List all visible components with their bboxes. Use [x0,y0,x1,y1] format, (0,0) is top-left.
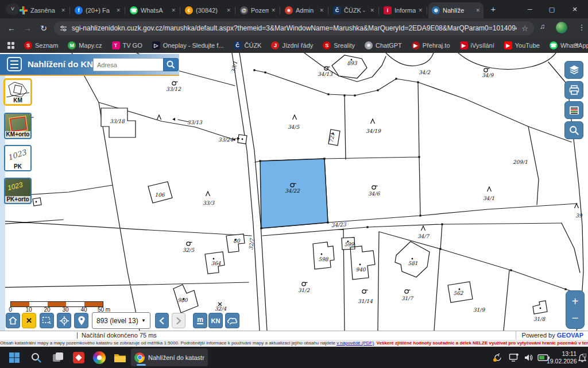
bookmark-star-icon[interactable]: ☆ [521,24,528,33]
taskbar-active-window[interactable]: Nahlížení do katastru n [131,348,208,366]
volume-tray-icon[interactable] [524,353,534,362]
layer-button-km[interactable]: KM [4,79,32,105]
profile-avatar[interactable] [556,22,567,33]
parcel-label: 31/8 [533,316,546,322]
help-pdf-link[interactable]: v nápovědě (PDF) [336,340,374,346]
legend-button[interactable] [564,101,583,119]
tab-close-icon[interactable]: ✕ [319,7,324,13]
tab-close-icon[interactable]: ✕ [171,7,176,13]
window-minimize-button[interactable]: ─ [521,0,539,18]
notification-bell-icon[interactable] [578,354,586,362]
parcel-label: 33/12 [166,86,181,92]
bookmark-label: ČÚZK [245,42,262,49]
bookmark-item[interactable]: TTV GO [112,41,142,49]
history-back-button[interactable] [155,313,169,328]
media-playlist-icon[interactable]: ♫ [540,22,545,30]
tab-close-icon[interactable]: ✕ [475,7,480,13]
bookmarks-overflow-icon[interactable]: » [575,40,579,48]
apps-grid-icon[interactable] [7,41,15,49]
file-explorer-icon[interactable] [114,351,126,364]
home-extent-button[interactable] [6,313,20,328]
clock-date: 19.02.2026 [547,358,577,365]
browser-tab-strip: ˅ Zasněna✕f(20+) Fa✕☎WhatsA✕€(30842)✕@Po… [0,0,588,18]
layer-button-pk-orto[interactable]: 1023 PK+orto [4,178,32,204]
address-search-input[interactable] [93,58,167,71]
print-button[interactable] [564,81,583,99]
window-close-button[interactable]: ✕ [566,0,583,18]
red-app-icon[interactable] [72,351,85,364]
close-icon: ✕ [26,316,32,325]
bookmark-label: TV GO [123,42,142,49]
layer-button-pk[interactable]: 1023 PK [4,145,32,171]
parcel-label: 940 [355,267,366,273]
bookmark-item[interactable]: ▶YouTube [504,41,540,49]
lasso-select-button[interactable] [225,313,239,328]
browser-tab[interactable]: ČČÚZK -✕ [330,2,378,18]
place-marker-button[interactable] [74,313,88,328]
zoom-window-button[interactable] [564,121,583,139]
bookmark-item[interactable]: ▶iVysílání [460,41,494,49]
parcel-label: 106 [154,192,165,198]
browser-toolbar: ← → ↻ sgi-nahlizenidokn.cuzk.gov.cz/maru… [0,18,588,38]
bookmark-item[interactable]: ▷Oneplay - Sledujte f... [152,41,224,49]
browser-tab[interactable]: ☎WhatsA✕ [126,2,179,18]
bookmark-item[interactable]: ✳ChatGPT [365,41,402,49]
history-forward-button[interactable] [172,313,185,328]
bookmark-item[interactable]: ☎WhatsApp [550,41,588,49]
tab-title: Pozeme [251,7,269,14]
browser-tab[interactable]: ∗Admin✕ [281,2,327,18]
sync-tray-icon[interactable] [493,353,503,362]
browser-menu-icon[interactable]: ⋮ [578,22,586,33]
bookmark-item[interactable]: SSeznam [24,41,58,49]
clock-time: 13:11 [547,350,577,358]
browser-tab[interactable]: €(30842)✕ [181,2,234,18]
search-button[interactable] [163,58,179,71]
layers-panel-button[interactable] [564,61,583,79]
browser-tab[interactable]: iInforma✕ [380,2,426,18]
browser-tab[interactable]: Zasněna✕ [16,2,69,18]
start-button-icon[interactable] [8,351,21,364]
tab-close-icon[interactable]: ✕ [226,7,231,13]
task-view-icon[interactable] [52,351,64,364]
parcel-label: 34/23 [331,221,347,228]
back-button[interactable]: ← [6,22,17,34]
tab-close-icon[interactable]: ✕ [370,7,374,13]
bookmark-item[interactable]: MMapy.cz [68,41,102,49]
kn-info-button[interactable]: KN [208,313,223,328]
window-restore-button[interactable]: ▢ [543,0,560,18]
cancel-selection-button[interactable]: ✕ [22,313,36,328]
zoom-in-button[interactable]: + [566,296,584,307]
browser-tab[interactable]: ⊕Nahlíže✕ [428,2,483,18]
browser-tab[interactable]: f(20+) Fa✕ [71,2,124,18]
taskbar-clock[interactable]: 13:11 19.02.2026 [547,350,577,365]
scale-tick-label: 20 [44,306,50,313]
gps-locate-button[interactable] [57,313,71,328]
bookmark-item[interactable]: ▶Přehraj.to [412,41,450,49]
menu-hamburger-icon[interactable] [7,57,22,71]
reload-button[interactable]: ↻ [38,22,49,34]
network-tray-icon[interactable] [509,353,519,362]
bookmark-item[interactable]: SSreality [323,41,355,49]
zoom-out-button[interactable]: − [566,312,584,324]
bookmark-item[interactable]: ČČÚZK [234,41,262,49]
map-level-select[interactable]: 893 (level 13) ▼ [92,312,150,329]
measure-button[interactable]: m [193,313,207,328]
taskbar-search-icon[interactable] [30,351,42,364]
bookmark-label: ChatGPT [376,42,402,49]
new-tab-button[interactable]: + [487,3,500,16]
cadastral-map[interactable]: 33/133/1289334/1334/234/933/1833/1333/24… [0,53,588,331]
tab-close-icon[interactable]: ✕ [116,7,121,13]
forward-button[interactable]: → [22,22,33,34]
browser-tab[interactable]: @Pozeme✕ [237,2,279,18]
address-bar[interactable]: sgi-nahlizenidokn.cuzk.gov.cz/marushka/d… [54,21,534,35]
geovap-brand[interactable]: GEOVAP [557,332,583,339]
tab-close-icon[interactable]: ✕ [271,7,276,13]
site-settings-icon[interactable] [60,25,67,32]
bookmarks-bar: SSeznamMMapy.czTTV GO▷Oneplay - Sledujte… [0,38,588,53]
paint-app-icon[interactable] [93,351,106,364]
rectangle-select-button[interactable] [40,313,54,328]
tab-close-icon[interactable]: ✕ [61,7,65,13]
layer-button-km-orto[interactable]: KM+orto [4,113,32,139]
tab-close-icon[interactable]: ✕ [418,7,423,13]
bookmark-item[interactable]: JJízdní řády [271,41,313,49]
